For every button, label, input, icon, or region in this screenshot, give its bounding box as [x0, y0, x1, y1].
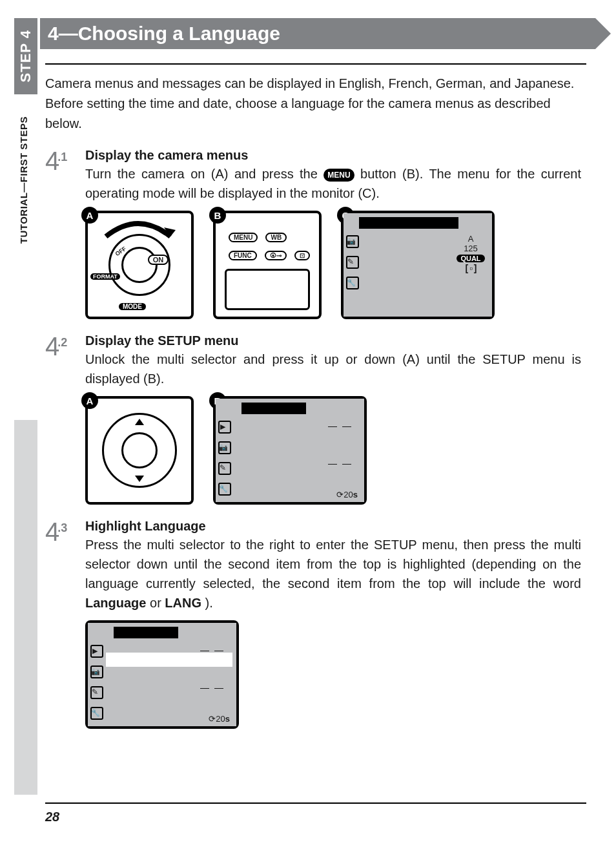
up-arrow-icon: [135, 419, 144, 425]
step-tab: STEP 4: [14, 18, 37, 94]
button-row-2: FUNC ⦿⊸ ⊡: [229, 251, 310, 260]
step-tab-label: STEP 4: [17, 30, 34, 82]
monitor-tab-strip: [218, 417, 231, 498]
timer-icon: ⟳: [209, 714, 216, 724]
monitor-title-bar: [114, 627, 178, 638]
figure-4-2-a: A: [85, 396, 194, 505]
button-row-1: MENU WB: [229, 233, 287, 242]
figure-row-1: A ON OFF FORMAT MODE B: [85, 211, 581, 319]
step-text: Unlock the multi selector and press it u…: [85, 350, 581, 388]
figure-4-3: — — — — ⟳20s: [85, 620, 239, 729]
setup-tab-icon: [346, 277, 359, 289]
heading-rule: [45, 63, 586, 65]
dash-value: — —: [200, 682, 225, 693]
page-number: 28: [45, 810, 59, 824]
dash-value: — —: [200, 645, 225, 655]
step-number: 4.3: [45, 519, 85, 729]
menu-pill-icon: MENU: [229, 233, 258, 242]
power-dial-icon: [108, 234, 170, 296]
monitor-tab-strip: [90, 641, 103, 722]
camera-tab-icon: [218, 441, 231, 454]
step-number: 4.1: [45, 148, 85, 319]
camera-tab-icon: [90, 666, 103, 678]
camera-tab-icon: [346, 235, 359, 248]
playback-tab-icon: [218, 421, 231, 434]
play-pill-icon: ⦿⊸: [265, 251, 287, 260]
monitor-screen: — — — — ⟳20s: [88, 623, 236, 726]
setup-tab-icon: [90, 707, 103, 720]
section-side-label: TUTORIAL—FIRST STEPS: [18, 116, 37, 420]
figure-label: B: [209, 207, 226, 224]
monitor-timer: ⟳20s: [336, 490, 358, 499]
intro-paragraph: Camera menus and messages can be display…: [45, 74, 581, 134]
af-pill-icon: ⊡: [294, 251, 310, 260]
on-label: ON: [148, 255, 169, 265]
custom-tab-icon: [346, 256, 359, 269]
focus-brackets-icon: [ ▫ ]: [456, 263, 486, 273]
figure-label: A: [81, 207, 98, 224]
step-4-1: 4.1 Display the camera menus Turn the ca…: [45, 148, 581, 319]
monitor-screen: A 125 QUAL [ ▫ ]: [344, 213, 492, 317]
monitor-tab-strip: [346, 231, 359, 313]
wb-pill-icon: WB: [265, 233, 287, 242]
step-4-2: 4.2 Display the SETUP menu Unlock the mu…: [45, 333, 581, 505]
setup-tab-icon: [218, 483, 231, 496]
figure-4-2-b: B — — — — ⟳20s: [213, 396, 367, 505]
down-arrow-icon: [135, 476, 144, 482]
step-4-3: 4.3 Highlight Language Press the multi s…: [45, 519, 581, 729]
content-area: Camera menus and messages can be display…: [45, 74, 581, 729]
figure-4-1-c: C A 125 QUAL: [341, 211, 495, 319]
footer-rule: [45, 802, 586, 804]
mode-value: A: [456, 234, 486, 244]
iso-value: 125: [456, 244, 486, 253]
dash-value: — —: [328, 458, 353, 468]
heading-ribbon: 4 — Choosing a Language: [40, 18, 595, 49]
heading-title: Choosing a Language: [78, 23, 280, 45]
figure-row-3: — — — — ⟳20s: [85, 620, 581, 729]
step-number: 4.2: [45, 333, 85, 505]
monitor-screen: — — — — ⟳20s: [216, 399, 364, 502]
format-label: FORMAT: [90, 273, 120, 280]
language-bold: Language: [85, 596, 146, 610]
multi-selector-icon: [102, 413, 177, 488]
manual-page: STEP 4 TUTORIAL—FIRST STEPS 4 — Choosing…: [0, 0, 616, 849]
step-text: Turn the camera on (A) and press the MEN…: [85, 164, 581, 203]
timer-icon: ⟳: [336, 490, 344, 499]
monitor-right-column: A 125 QUAL [ ▫ ]: [456, 234, 486, 273]
step-title: Highlight Language: [85, 519, 581, 534]
monitor-timer: ⟳20s: [209, 714, 230, 724]
qual-pill-icon: QUAL: [457, 255, 484, 262]
figure-4-1-a: A ON OFF FORMAT MODE: [85, 211, 194, 319]
step-text: Press the multi selector to the right to…: [85, 535, 581, 613]
playback-tab-icon: [90, 645, 103, 658]
lcd-frame-icon: [225, 269, 310, 310]
figure-row-2: A B: [85, 396, 581, 505]
heading-dash: —: [59, 23, 78, 45]
step-title: Display the camera menus: [85, 148, 581, 163]
dash-value: — —: [328, 421, 353, 431]
monitor-title-bar: [241, 403, 306, 414]
figure-label: A: [81, 392, 98, 409]
menu-button-icon: MENU: [323, 169, 354, 182]
monitor-title-bar: [359, 217, 458, 229]
figure-4-1-b: B MENU WB FUNC ⦿⊸ ⊡: [213, 211, 322, 319]
custom-tab-icon: [218, 462, 231, 475]
custom-tab-icon: [90, 686, 103, 699]
step-title: Display the SETUP menu: [85, 333, 581, 348]
side-grey-strip: [14, 420, 37, 795]
heading-number: 4: [48, 23, 59, 45]
mode-label: MODE: [119, 303, 146, 310]
lang-bold: LANG: [165, 596, 201, 610]
func-pill-icon: FUNC: [229, 251, 257, 260]
